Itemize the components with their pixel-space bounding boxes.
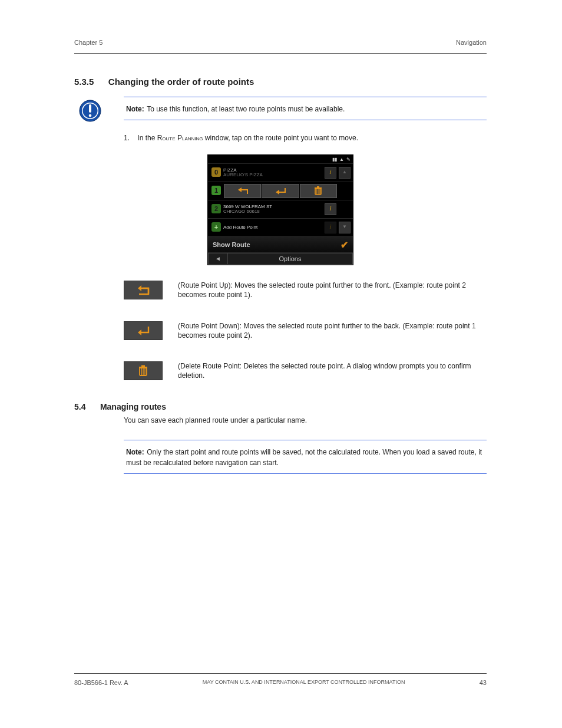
legend-up-text: (Route Point Up): Moves the selected rou… [178, 281, 487, 299]
move-down-button[interactable] [262, 184, 299, 198]
svg-rect-14 [141, 365, 145, 367]
manage-body: You can save each planned route under a … [124, 416, 487, 426]
show-route-button[interactable]: Show Route ✔ [208, 236, 353, 252]
show-route-label: Show Route [213, 241, 250, 248]
svg-marker-10 [138, 285, 141, 291]
row0-line2: AURELIO'S PIZZA [223, 173, 323, 177]
step-1: 1. In the Route Planning window, tap on … [124, 133, 487, 143]
step-1-number: 1. [124, 133, 135, 143]
step-1-text: In the Route Planning window, tap on the… [137, 134, 358, 142]
badge-0: 0 [211, 167, 221, 177]
info-button-0[interactable]: i [325, 167, 336, 179]
svg-marker-6 [276, 190, 279, 195]
footer-rule [74, 673, 487, 674]
legend: (Route Point Up): Moves the selected rou… [124, 281, 487, 380]
footer-left: 80-JB566-1 Rev. A [74, 679, 128, 686]
device-figure: ▮▮ ▲ ✎ 0 PIZZA AURELIO'S PIZZA i ▲ 1 [207, 154, 353, 265]
page: Chapter 5 Navigation 5.3.5 Changing the … [0, 0, 562, 728]
status-bar: ▮▮ ▲ ✎ [208, 155, 353, 163]
back-button[interactable]: ◄ [208, 253, 228, 265]
tool-icon: ✎ [346, 157, 351, 162]
note-text: To use this function, at least two route… [147, 105, 345, 113]
legend-del-row: (Delete Route Point: Deletes the selecte… [124, 361, 487, 380]
manage-note-text: Only the start point and route points wi… [126, 448, 482, 467]
move-up-button[interactable] [224, 184, 261, 198]
badge-2: 2 [211, 204, 221, 213]
header-rule [74, 53, 487, 54]
add-route-point-row[interactable]: + Add Route Point i ▼ [208, 218, 353, 236]
svg-rect-3 [89, 104, 91, 113]
check-icon: ✔ [340, 239, 348, 251]
legend-down-icon [124, 321, 163, 340]
header-right: Navigation [456, 39, 487, 46]
route-row-0: 0 PIZZA AURELIO'S PIZZA i ▲ [208, 163, 353, 182]
row2-text: 3669 W WOLFRAM ST CHICAGO 60618 [223, 200, 323, 218]
manage-section: 5.4 Managing routes You can save each pl… [74, 401, 487, 426]
legend-del-text: (Delete Route Point: Deletes the selecte… [178, 361, 487, 380]
delete-button[interactable] [300, 184, 337, 198]
manage-note: Note: Only the start point and route poi… [124, 440, 487, 474]
footer-center: MAY CONTAIN U.S. AND INTERNATIONAL EXPOR… [203, 679, 405, 686]
route-row-1-actions: 1 ▲ [208, 182, 353, 200]
row2-line2: CHICAGO 60618 [223, 209, 323, 214]
info-button-2[interactable]: i [325, 203, 336, 215]
add-line1: Add Route Point [223, 225, 323, 230]
page-content: 5.3.5 Changing the order of route points… [74, 71, 487, 487]
header-left: Chapter 5 [74, 39, 103, 46]
info-button-add: i [325, 222, 336, 233]
footer-right: 43 [480, 679, 487, 686]
manage-number: 5.4 [74, 402, 85, 411]
add-text: Add Route Point [223, 219, 323, 236]
section-title-block: 5.3.5 Changing the order of route points [74, 77, 487, 87]
svg-point-4 [89, 114, 92, 117]
badge-plus: + [211, 222, 221, 232]
note-label: Note: [126, 105, 144, 113]
battery-icon: ▮▮ [332, 157, 337, 162]
page-footer: 80-JB566-1 Rev. A MAY CONTAIN U.S. AND I… [74, 679, 487, 686]
scroll-up[interactable]: ▲ [339, 167, 351, 179]
svg-rect-9 [317, 186, 319, 187]
bottom-bar: ◄ Options [208, 252, 353, 265]
svg-rect-13 [139, 367, 147, 368]
svg-rect-8 [315, 187, 322, 189]
legend-up-icon [124, 281, 163, 299]
action-strip [224, 184, 337, 198]
svg-marker-11 [138, 330, 141, 335]
row0-text: PIZZA AURELIO'S PIZZA [223, 164, 323, 182]
step-1-screen: Route Planning [157, 134, 203, 142]
scroll-down[interactable]: ▼ [339, 222, 351, 233]
manage-title: Managing routes [100, 402, 166, 411]
manage-heading: 5.4 Managing routes [74, 401, 487, 412]
legend-down-row: (Route Point Down): Moves the selected r… [124, 321, 487, 340]
manage-note-label: Note: [126, 448, 144, 456]
svg-marker-5 [238, 187, 242, 192]
section-title: Changing the order of route points [108, 77, 254, 87]
alert-icon [79, 100, 101, 124]
route-row-2: 2 3669 W WOLFRAM ST CHICAGO 60618 i ▼ [208, 200, 353, 218]
legend-delete-icon [124, 361, 163, 380]
badge-1: 1 [211, 186, 221, 195]
note-box: Note: To use this function, at least two… [124, 97, 487, 120]
options-button[interactable]: Options [228, 253, 353, 265]
legend-down-text: (Route Point Down): Moves the selected r… [178, 321, 487, 340]
page-header: Chapter 5 Navigation [74, 39, 487, 46]
section-number: 5.3.5 [74, 77, 94, 87]
warning-icon: ▲ [339, 157, 344, 162]
legend-up-row: (Route Point Up): Moves the selected rou… [124, 281, 487, 299]
